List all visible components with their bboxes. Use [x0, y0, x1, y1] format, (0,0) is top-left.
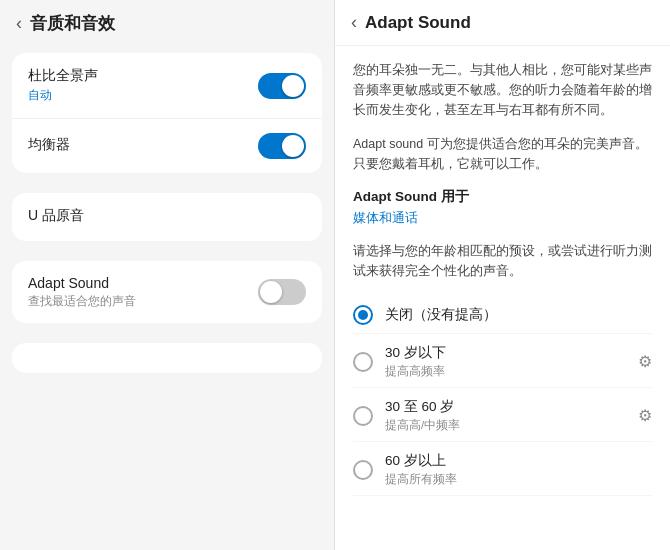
- setting-uhq[interactable]: Adapt Sound 查找最适合您的声音: [12, 261, 322, 323]
- setting-equalizer[interactable]: U 品原音: [12, 193, 322, 241]
- gap3: [0, 329, 334, 337]
- radio-info-over60: 60 岁以上 提高所有频率: [385, 452, 652, 487]
- dolby-label: 杜比全景声: [28, 67, 258, 85]
- setting-adapt-sound[interactable]: [12, 343, 322, 373]
- option-off[interactable]: 关闭（没有提高）: [353, 297, 652, 334]
- setting-adapt-info: [28, 357, 306, 359]
- dolby-game-toggle[interactable]: [258, 133, 306, 159]
- radio-sub-over60: 提高所有频率: [385, 472, 652, 487]
- setting-equalizer-info: U 品原音: [28, 207, 306, 227]
- uhq-toggle[interactable]: [258, 279, 306, 305]
- card-adapt-sound: [12, 343, 322, 373]
- radio-sub-under30: 提高高频率: [385, 364, 626, 379]
- radio-btn-off[interactable]: [353, 305, 373, 325]
- right-header: ‹ Adapt Sound: [335, 0, 670, 46]
- gap1: [0, 179, 334, 187]
- radio-label-over60: 60 岁以上: [385, 452, 652, 470]
- gear-icon-30-60[interactable]: ⚙: [638, 406, 652, 425]
- card-equalizer: U 品原音: [12, 193, 322, 241]
- right-panel: ‹ Adapt Sound 您的耳朵独一无二。与其他人相比，您可能对某些声音频率…: [335, 0, 670, 550]
- back-icon-left[interactable]: ‹: [16, 13, 22, 34]
- card-uhq: Adapt Sound 查找最适合您的声音: [12, 261, 322, 323]
- radio-info-off: 关闭（没有提高）: [385, 306, 652, 324]
- dolby-toggle-knob: [282, 75, 304, 97]
- select-description: 请选择与您的年龄相匹配的预设，或尝试进行听力测试来获得完全个性化的声音。: [353, 241, 652, 281]
- setting-dolby-game[interactable]: 均衡器: [12, 119, 322, 173]
- equalizer-label: U 品原音: [28, 207, 306, 225]
- radio-label-30-60: 30 至 60 岁: [385, 398, 626, 416]
- setting-dolby-info: 杜比全景声 自动: [28, 67, 258, 104]
- radio-label-under30: 30 岁以下: [385, 344, 626, 362]
- radio-sub-30-60: 提高高/中频率: [385, 418, 626, 433]
- dolby-game-toggle-knob: [282, 135, 304, 157]
- section-for-value[interactable]: 媒体和通话: [353, 210, 652, 227]
- gear-icon-under30[interactable]: ⚙: [638, 352, 652, 371]
- uhq-desc: 查找最适合您的声音: [28, 293, 258, 309]
- radio-group: 关闭（没有提高） 30 岁以下 提高高频率 ⚙ 30 至 60 岁 提高高/中频…: [353, 297, 652, 496]
- option-over60[interactable]: 60 岁以上 提高所有频率: [353, 444, 652, 496]
- left-panel: ‹ 音质和音效 杜比全景声 自动 均衡器: [0, 0, 335, 550]
- uhq-toggle-knob: [260, 281, 282, 303]
- left-header: ‹ 音质和音效: [0, 0, 334, 47]
- setting-dolby-surround[interactable]: 杜比全景声 自动: [12, 53, 322, 119]
- setting-dolby-game-info: 均衡器: [28, 136, 258, 156]
- radio-btn-30-60[interactable]: [353, 406, 373, 426]
- description-2: Adapt sound 可为您提供适合您的耳朵的完美声音。只要您戴着耳机，它就可…: [353, 134, 652, 174]
- radio-info-under30: 30 岁以下 提高高频率: [385, 344, 626, 379]
- uhq-label: Adapt Sound: [28, 275, 258, 291]
- right-title: Adapt Sound: [365, 13, 471, 33]
- dolby-toggle[interactable]: [258, 73, 306, 99]
- radio-info-30-60: 30 至 60 岁 提高高/中频率: [385, 398, 626, 433]
- left-content: 杜比全景声 自动 均衡器 U: [0, 47, 334, 550]
- radio-label-off: 关闭（没有提高）: [385, 306, 652, 324]
- right-content: 您的耳朵独一无二。与其他人相比，您可能对某些声音频率更敏感或更不敏感。您的听力会…: [335, 46, 670, 510]
- option-under30[interactable]: 30 岁以下 提高高频率 ⚙: [353, 336, 652, 388]
- radio-btn-under30[interactable]: [353, 352, 373, 372]
- gap2: [0, 247, 334, 255]
- section-for-title: Adapt Sound 用于: [353, 188, 652, 206]
- back-icon-right[interactable]: ‹: [351, 12, 357, 33]
- setting-uhq-info: Adapt Sound 查找最适合您的声音: [28, 275, 258, 309]
- description-1: 您的耳朵独一无二。与其他人相比，您可能对某些声音频率更敏感或更不敏感。您的听力会…: [353, 60, 652, 120]
- left-title: 音质和音效: [30, 12, 115, 35]
- card-dolby: 杜比全景声 自动 均衡器: [12, 53, 322, 173]
- dolby-sublabel: 自动: [28, 87, 258, 104]
- dolby-game-label: 均衡器: [28, 136, 258, 154]
- option-30-60[interactable]: 30 至 60 岁 提高高/中频率 ⚙: [353, 390, 652, 442]
- radio-btn-over60[interactable]: [353, 460, 373, 480]
